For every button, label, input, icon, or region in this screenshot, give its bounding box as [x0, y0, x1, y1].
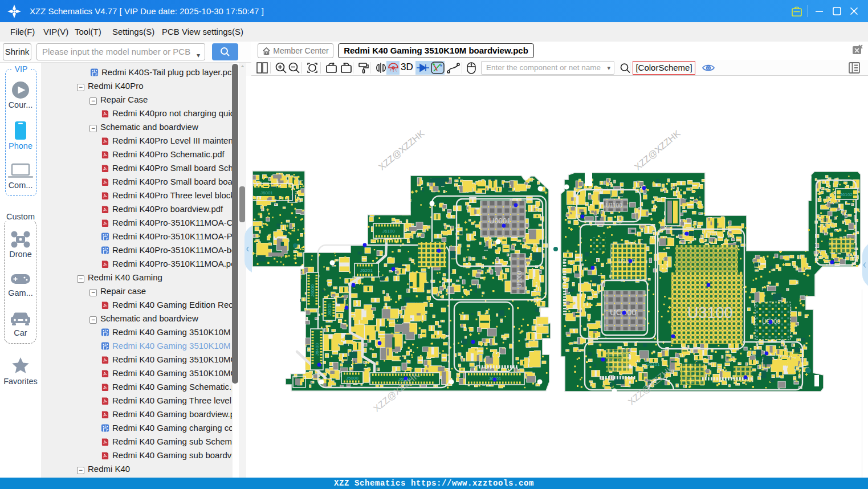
svg-text:J6400: J6400	[315, 343, 320, 356]
svg-text:U1100: U1100	[606, 202, 622, 209]
svg-text:J5000: J5000	[346, 376, 358, 381]
svg-text:J6201: J6201	[360, 268, 373, 273]
svg-text:XZZ@XZZHK: XZZ@XZZHK	[633, 128, 682, 172]
svg-text:U0001: U0001	[489, 217, 511, 225]
svg-text:J6205: J6205	[327, 303, 332, 316]
svg-text:J6102: J6102	[840, 192, 853, 197]
svg-text:U1500: U1500	[618, 258, 635, 264]
svg-text:U6101: U6101	[646, 362, 660, 367]
svg-text:U3100: U3100	[687, 304, 733, 321]
svg-text:J6000: J6000	[310, 284, 315, 297]
svg-text:U1000: U1000	[516, 271, 523, 288]
svg-text:J6001: J6001	[260, 190, 273, 195]
svg-text:XZZ@XZZHK: XZZ@XZZHK	[377, 128, 426, 172]
svg-text:J6100: J6100	[382, 229, 395, 234]
